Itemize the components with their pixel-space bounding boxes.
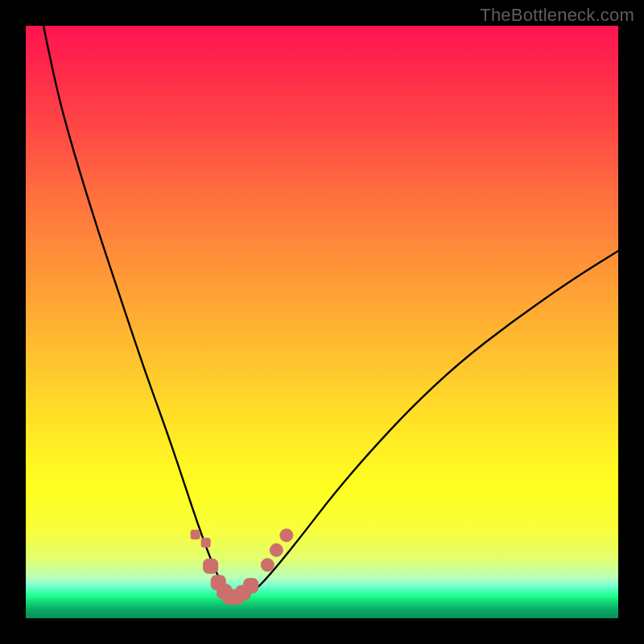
chart-frame: TheBottleneck.com <box>0 0 644 644</box>
watermark-text: TheBottleneck.com <box>480 5 634 26</box>
svg-rect-1 <box>201 539 210 547</box>
curve-marker <box>270 543 283 556</box>
bottleneck-curve <box>43 26 618 598</box>
curve-marker <box>244 579 258 593</box>
plot-area <box>26 26 618 618</box>
curve-marker <box>204 559 218 573</box>
curve-marker <box>280 529 293 542</box>
curve-svg <box>26 26 618 618</box>
svg-rect-0 <box>191 530 200 539</box>
curve-marker <box>261 559 274 572</box>
